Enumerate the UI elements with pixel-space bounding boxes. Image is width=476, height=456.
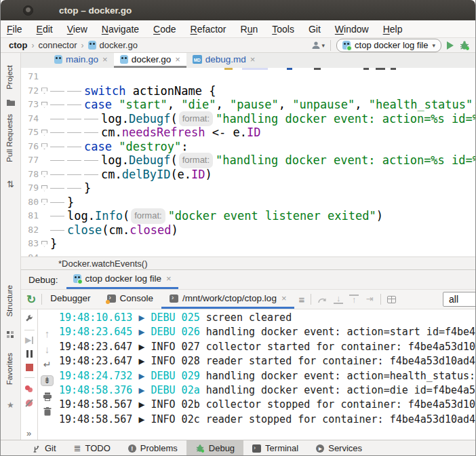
settings-wrench-icon[interactable]	[24, 314, 34, 324]
tab-main-go[interactable]: main.go ×	[48, 53, 114, 68]
log-output[interactable]: 19:48:10.613 ▶ DEBU 025 screen cleared19…	[56, 309, 475, 440]
run-to-cursor-icon[interactable]: ⇥	[365, 295, 374, 303]
statusbar-item-debug[interactable]: Debug	[186, 440, 243, 456]
menu-code[interactable]: Code	[153, 24, 176, 35]
menu-window[interactable]: Window	[335, 24, 369, 35]
close-icon[interactable]: ×	[175, 54, 180, 64]
tab-console[interactable]: Console	[99, 290, 162, 309]
sidebar-item-pull-requests[interactable]: Pull Requests	[5, 114, 14, 162]
tab-log-file[interactable]: /mnt/work/ctop/ctop.log ×	[161, 290, 294, 309]
user-account-button[interactable]: ▾	[311, 41, 325, 50]
close-icon[interactable]: ×	[250, 54, 256, 64]
close-icon[interactable]: ×	[166, 273, 172, 284]
chevron-down-icon: ▾	[322, 42, 325, 49]
debug-session-tab[interactable]: ctop docker log file ×	[66, 270, 178, 289]
fold-marker[interactable]	[39, 88, 50, 94]
fold-marker[interactable]	[39, 143, 50, 149]
menu-view[interactable]: View	[67, 24, 87, 35]
evaluate-expression-icon[interactable]	[387, 296, 396, 303]
fold-marker[interactable]	[39, 241, 50, 247]
line-number: 74	[21, 112, 39, 126]
step-over-icon[interactable]	[317, 295, 328, 304]
code-token: Debugf	[129, 153, 170, 168]
print-icon[interactable]	[43, 392, 52, 401]
tab-docker-go[interactable]: docker.go ×	[114, 53, 186, 68]
menu-file[interactable]: File	[7, 24, 22, 35]
code-token: ID	[191, 168, 205, 182]
fold-marker[interactable]	[39, 130, 50, 136]
log-arrow-icon: ▶	[132, 413, 151, 425]
mute-breakpoints-icon[interactable]	[26, 400, 33, 406]
step-into-icon[interactable]: ↓	[334, 294, 343, 304]
options-menu-icon[interactable]: ≡	[298, 294, 304, 305]
sidebar-item-project[interactable]: Project	[5, 65, 14, 90]
code-line: 76case "destroy":	[21, 140, 475, 154]
code-token: )	[172, 223, 178, 238]
context-method[interactable]: *Docker.watchEvents()	[58, 259, 148, 269]
run-configuration-select[interactable]: ctop docker log file ▾	[336, 39, 441, 52]
statusbar-item-git[interactable]: Git	[24, 440, 65, 456]
menu-help[interactable]: Help	[383, 24, 403, 35]
fold-marker[interactable]	[39, 102, 50, 108]
statusbar-item-todo[interactable]: ≣ TODO	[65, 440, 119, 456]
menu-refactor[interactable]: Refactor	[191, 24, 226, 35]
code-line: 83}	[21, 237, 475, 251]
ide-window: ctop – docker.go FileEditViewNavigateCod…	[0, 0, 476, 456]
statusbar-item-services[interactable]: ▸ Services	[307, 440, 371, 456]
window-control-icon[interactable]	[23, 5, 33, 16]
statusbar-item-problems[interactable]: ! Problems	[119, 440, 186, 456]
step-out-icon[interactable]: ↑	[349, 294, 359, 304]
pause-program-icon[interactable]	[26, 350, 33, 358]
folder-icon[interactable]	[7, 99, 15, 106]
breadcrumb-folder[interactable]: connector	[38, 40, 77, 50]
code-token: actionName {	[125, 84, 216, 98]
tab-whitespace-mark	[67, 185, 81, 191]
pull-requests-icon[interactable]: ⇅	[7, 179, 14, 189]
star-icon[interactable]: ★	[7, 400, 14, 410]
breadcrumb-file[interactable]: docker.go	[100, 40, 138, 50]
more-actions-icon[interactable]: »	[26, 428, 31, 438]
fold-marker[interactable]	[39, 185, 50, 191]
menu-run[interactable]: Run	[241, 24, 258, 35]
menu-tools[interactable]: Tools	[272, 24, 294, 35]
sidebar-item-structure[interactable]: Structure	[5, 285, 14, 317]
scroll-to-end-icon: ⇟	[43, 377, 51, 385]
rerun-icon[interactable]: ↻	[21, 290, 41, 309]
code-token: "handling docker event: action=%s id=%	[216, 153, 475, 168]
close-icon[interactable]: ×	[281, 293, 287, 303]
clear-log-icon[interactable]	[43, 407, 52, 416]
window-title: ctop – docker.go	[59, 5, 132, 16]
menu-edit[interactable]: Edit	[37, 24, 53, 35]
soft-wrap-icon[interactable]: ↵	[43, 360, 52, 369]
debug-button[interactable]	[459, 40, 470, 50]
up-stack-icon[interactable]: ↑	[45, 329, 50, 339]
log-arrow-icon: ▶	[132, 370, 151, 382]
menu-navigate[interactable]: Navigate	[102, 24, 139, 35]
run-button[interactable]	[447, 41, 454, 50]
code-token: "docker event listener exited"	[168, 209, 376, 223]
scroll-to-end-toggle[interactable]: ⇟	[41, 375, 54, 386]
structure-icon[interactable]	[7, 331, 9, 334]
sidebar-item-favorites[interactable]: Favorites	[5, 353, 14, 385]
line-number: 71	[21, 70, 39, 84]
tab-whitespace-mark	[67, 143, 81, 150]
menu-git[interactable]: Git	[309, 24, 321, 35]
tab-whitespace-mark	[50, 212, 64, 219]
fold-marker[interactable]	[39, 171, 50, 177]
stop-icon[interactable]	[26, 364, 33, 371]
resume-program-icon[interactable]: ▶	[25, 337, 33, 344]
tab-debug-md[interactable]: MD debug.md ×	[186, 53, 262, 68]
code-token: }	[50, 237, 57, 251]
view-breakpoints-icon[interactable]	[25, 385, 30, 390]
tab-debugger[interactable]: Debugger	[42, 290, 98, 309]
fold-marker[interactable]	[39, 199, 50, 205]
line-number: 80	[21, 195, 39, 210]
statusbar-item-terminal[interactable]: › Terminal	[243, 440, 307, 456]
code-token: :	[181, 140, 188, 154]
close-icon[interactable]: ×	[102, 54, 108, 64]
breadcrumb-project[interactable]: ctop	[9, 40, 27, 50]
down-stack-icon[interactable]: ↓	[45, 345, 50, 354]
log-filter-select[interactable]: all	[443, 292, 476, 307]
code-editor[interactable]: 7172switch actionName {73case "start", "…	[21, 68, 475, 256]
code-token: )	[205, 168, 212, 182]
